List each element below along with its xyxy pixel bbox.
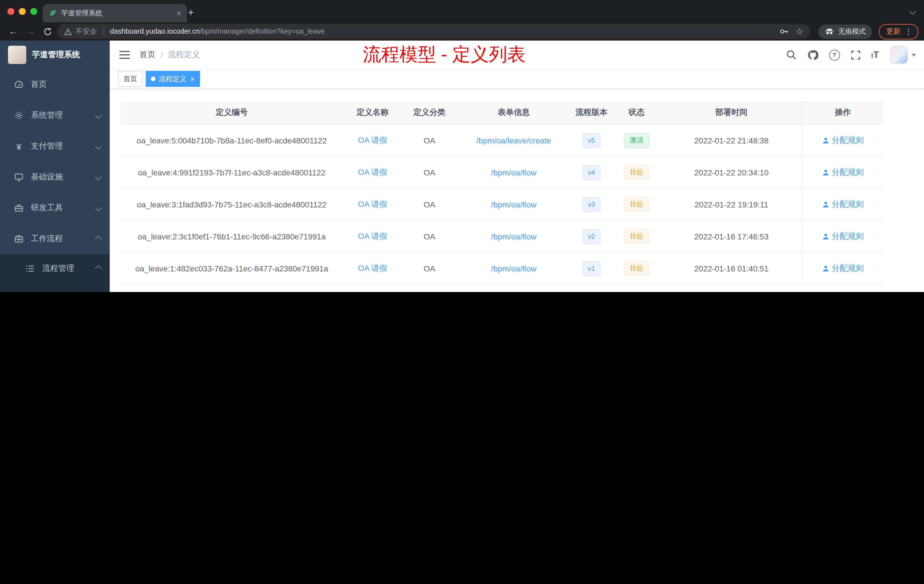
definition-name-link[interactable]: OA 请假 [358,199,388,210]
tab-search-chevron-icon[interactable] [909,8,916,15]
assign-rule-link[interactable]: 分配规则 [822,167,864,177]
favicon [49,9,56,17]
deploy-time: 2022-01-22 21:48:38 [661,125,802,156]
definition-category: OA [402,188,457,220]
caret-down-icon [911,53,916,56]
user-small-icon [822,233,829,240]
version-tag: v4 [582,165,601,180]
definition-name-link[interactable]: OA 请假 [358,135,388,145]
assign-rule-link[interactable]: 分配规则 [822,199,864,210]
minimize-window-button[interactable] [19,8,26,15]
assign-rule-link[interactable]: 分配规则 [822,263,864,274]
avatar[interactable] [890,46,908,64]
address-bar[interactable]: 不安全 dashboard.yudao.iocoder.cn/bpm/manag… [57,24,810,39]
hamburger-icon [119,54,130,55]
column-header: 定义编号 [120,101,343,124]
browser-menu-kebab-icon[interactable]: ⋮ [904,27,912,36]
form-link[interactable]: /bpm/oa/flow [491,168,536,177]
forward-button[interactable]: → [23,25,38,38]
close-window-button[interactable] [7,8,14,15]
tag-home[interactable]: 首页 [118,71,142,87]
sidebar-item-home[interactable]: 首页 [0,69,110,100]
tag-process-definition[interactable]: 流程定义 × [146,71,200,87]
breadcrumb: 首页 / 流程定义 [139,50,200,60]
definition-id: oa_leave:3:1fad3d93-7b75-11ec-a3c8-acde4… [120,188,343,220]
sidebar-item-dev-tools[interactable]: 研发工具 [0,193,110,223]
url-path: /bpm/manager/definition?key=oa_leave [200,27,325,35]
sidebar-item-infrastructure[interactable]: 基础设施 [0,162,110,193]
security-chip[interactable]: 不安全 [64,26,97,36]
deploy-time: 2022-01-16 01:40:51 [661,252,802,284]
table-row: oa_leave:4:991f2193-7b7f-11ec-a3c8-acde4… [120,157,883,188]
omnibox-divider [103,27,104,35]
assign-rule-link[interactable]: 分配规则 [822,135,864,145]
user-small-icon [822,137,829,144]
back-button[interactable]: ← [6,25,21,38]
form-link[interactable]: /bpm/oa/flow [491,200,536,209]
app-logo-image [8,46,26,64]
definition-name-link[interactable]: OA 请假 [358,167,388,177]
breadcrumb-home[interactable]: 首页 [139,50,155,60]
app-root: 芋道管理系统 首页 系统管理 ¥ 支付管理 [0,41,924,292]
sidebar-item-payment[interactable]: ¥ 支付管理 [0,131,110,162]
sidebar-toggle-button[interactable] [110,54,139,55]
browser-toolbar: ← → 不安全 dashboard.yudao.iocoder.cn/bpm/m… [0,22,924,41]
sidebar-item-process-forms[interactable]: 流程表单 [0,283,110,292]
user-small-icon [822,169,829,176]
sidebar-item-system[interactable]: 系统管理 [0,100,110,131]
user-small-icon [822,201,829,208]
browser-update-button[interactable]: 更新 ⋮ [879,24,918,39]
help-icon[interactable]: ? [829,49,840,60]
tab-close-icon[interactable]: × [177,8,181,18]
font-size-icon[interactable]: tT [871,50,879,60]
tree-list-icon [25,264,35,273]
breadcrumb-current: 流程定义 [168,50,200,60]
form-link[interactable]: /bpm/oa/leave/create [476,136,551,145]
fullscreen-icon[interactable] [851,50,860,60]
definition-name-link[interactable]: OA 请假 [358,263,388,274]
bookmark-star-icon[interactable]: ☆ [796,26,804,36]
sidebar: 芋道管理系统 首页 系统管理 ¥ 支付管理 [0,41,110,292]
user-menu[interactable] [890,46,916,64]
tag-close-icon[interactable]: × [190,74,195,83]
column-header: 表单信息 [457,101,571,124]
tab-title: 芋道管理系统 [61,8,172,18]
search-icon[interactable] [786,50,796,60]
briefcase-icon [14,234,24,243]
new-tab-button[interactable]: + [183,5,199,21]
chevron-up-icon [95,266,102,272]
chevron-down-icon [95,174,102,181]
browser-tab[interactable]: 芋道管理系统 × [43,4,187,22]
sidebar-item-workflow[interactable]: 工作流程 [0,223,110,254]
browser-window: 芋道管理系统 × + ← → 不安全 dashboard [0,0,924,292]
zoom-window-button[interactable] [30,8,37,15]
chevron-down-icon [95,143,102,150]
definition-id: oa_leave:4:991f2193-7b7f-11ec-a3c8-acde4… [120,157,343,188]
url-text: dashboard.yudao.iocoder.cn/bpm/manager/d… [110,27,325,35]
assign-rule-label: 分配规则 [832,135,864,145]
definition-id: oa_leave:5:004b710b-7b8a-11ec-8ef0-acde4… [120,125,343,156]
definition-name-link[interactable]: OA 请假 [358,231,388,241]
github-icon[interactable] [807,49,818,60]
reload-button[interactable] [40,25,55,38]
tags-view: 首页 流程定义 × [110,69,924,89]
password-key-icon[interactable] [779,27,788,36]
definition-category: OA [402,252,457,284]
page-annotation: 流程模型 - 定义列表 [363,42,525,68]
column-header: 定义名称 [343,101,402,124]
column-header: 定义分类 [402,101,457,124]
chevron-down-icon [95,112,102,119]
omnibox-actions: ☆ [779,26,804,36]
version-tag: v1 [582,261,601,276]
assign-rule-label: 分配规则 [832,199,864,210]
deploy-time: 2022-01-16 17:46:53 [661,221,802,252]
form-link[interactable]: /bpm/oa/flow [491,232,536,241]
sidebar-item-label: 流程管理 [42,264,89,274]
page-content: 定义编号 定义名称 定义分类 表单信息 流程版本 状态 部署时间 操作 oa_l… [110,89,924,292]
sidebar-item-process-management[interactable]: 流程管理 [0,254,110,283]
form-link[interactable]: /bpm/oa/flow [491,264,536,273]
assign-rule-link[interactable]: 分配规则 [822,231,864,241]
tab-strip: 芋道管理系统 × + [0,0,924,22]
definition-category: OA [402,221,457,252]
definition-category: OA [402,125,457,156]
